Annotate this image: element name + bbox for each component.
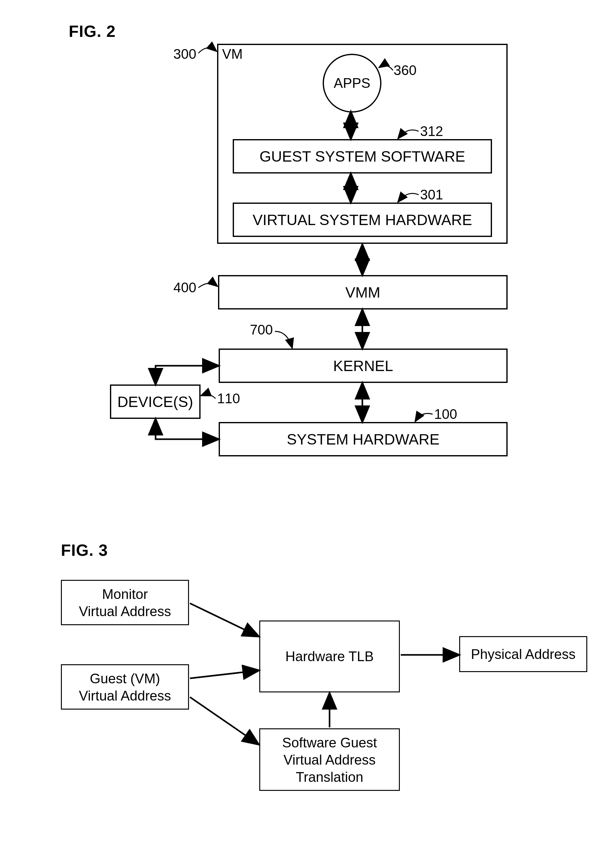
fig3-arrows: [0, 531, 616, 844]
svg-line-5: [190, 603, 258, 636]
svg-line-6: [190, 670, 258, 678]
svg-line-7: [190, 697, 258, 744]
fig2-arrows: [0, 0, 616, 469]
page: FIG. 2 VM APPS 360 GUEST SYSTEM SOFTWARE…: [0, 0, 616, 844]
